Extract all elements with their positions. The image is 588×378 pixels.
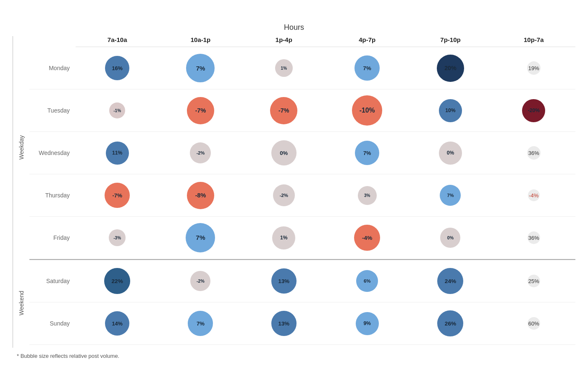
table-row: Sunday14%7%13%9%26%60% — [29, 302, 575, 345]
bubble: -3% — [109, 229, 126, 246]
bubble: 7% — [186, 223, 215, 252]
y-label-weekend: Weekend — [13, 259, 29, 348]
data-cell: 14% — [76, 302, 159, 344]
bubble: 16% — [105, 56, 129, 80]
bubble: 22% — [104, 268, 130, 294]
row-day-label: Wednesday — [29, 150, 76, 156]
bubble: -1% — [109, 102, 125, 118]
bubble: -7% — [187, 97, 214, 124]
bubble: 26% — [437, 310, 463, 336]
bubble: -7% — [270, 97, 297, 124]
data-cell: 26% — [409, 302, 492, 344]
data-cell: 20% — [409, 47, 492, 89]
table-row: Thursday-7%-8%-2%3%7%-4% — [29, 174, 575, 217]
data-cell: 13% — [242, 302, 326, 344]
bubble: 7% — [186, 54, 215, 82]
bubble: 13% — [271, 268, 297, 294]
row-day-label: Tuesday — [29, 107, 76, 114]
table-row: Wednesday11%-2%0%7%0%36% — [29, 132, 575, 174]
data-cell: 24% — [409, 260, 492, 302]
footnote: * Bubble size reflects relative post vol… — [13, 353, 575, 359]
data-cell: 22% — [76, 260, 159, 302]
row-day-label: Thursday — [29, 192, 76, 199]
bubble: 1% — [272, 226, 295, 249]
data-cell: 7% — [159, 47, 242, 89]
data-cell: 36% — [492, 217, 575, 259]
y-axis-wrapper: Weekday Weekend — [13, 36, 29, 348]
col-header-4: 7p-10p — [409, 36, 492, 47]
data-cell: 1% — [242, 217, 326, 259]
data-cell: 11% — [76, 132, 159, 174]
row-day-label: Sunday — [29, 320, 76, 327]
data-cell: -3% — [76, 217, 159, 259]
table-row: Saturday22%-2%13%6%24%25% — [29, 260, 575, 302]
bubble: -4% — [528, 189, 540, 201]
table-row: Monday16%7%1%7%20%19% — [29, 47, 575, 89]
bubble: -20% — [522, 99, 545, 122]
bubble: 7% — [188, 311, 213, 336]
data-cell: -20% — [492, 89, 575, 131]
data-cell: 7% — [326, 47, 409, 89]
col-header-3: 4p-7p — [326, 36, 409, 47]
data-cell: 7% — [409, 174, 492, 216]
data-cell: 25% — [492, 260, 575, 302]
bubble: -2% — [190, 142, 211, 163]
data-cell: -7% — [76, 174, 159, 216]
bubble: -2% — [273, 184, 295, 206]
bubble: -10% — [352, 95, 382, 126]
header-row: 7a-10a 10a-1p 1p-4p 4p-7p 7p-10p 10p-7a — [29, 36, 575, 47]
col-header-0: 7a-10a — [76, 36, 159, 47]
table-row: Friday-3%7%1%-4%0%36% — [29, 217, 575, 259]
data-cell: -8% — [159, 174, 242, 216]
bubble: 1% — [275, 59, 293, 77]
data-cell: 9% — [326, 302, 409, 344]
chart-title: Hours — [13, 23, 575, 32]
data-cell: 7% — [326, 132, 409, 174]
data-cell: 36% — [492, 132, 575, 174]
data-cell: 7% — [159, 302, 242, 344]
chart-wrapper: Hours Weekday Weekend 7a-10a 10a-1p 1p-4… — [8, 15, 580, 363]
bubble: 36% — [528, 231, 540, 244]
data-cell: -1% — [76, 89, 159, 131]
col-header-5: 10p-7a — [492, 36, 575, 47]
data-cell: -2% — [159, 260, 242, 302]
bubble: 24% — [437, 268, 463, 294]
bubble: 9% — [356, 312, 379, 335]
data-cell: 16% — [76, 47, 159, 89]
bubble: 20% — [437, 55, 464, 82]
data-cell: 10% — [409, 89, 492, 131]
table-row: Tuesday-1%-7%-7%-10%10%-20% — [29, 89, 575, 132]
bubble: 25% — [528, 275, 540, 287]
data-cell: 3% — [326, 174, 409, 216]
data-cell: 0% — [409, 132, 492, 174]
data-cell: 19% — [492, 47, 575, 89]
grid-area: 7a-10a 10a-1p 1p-4p 4p-7p 7p-10p 10p-7a … — [29, 36, 575, 348]
bubble: 19% — [527, 61, 541, 75]
data-cell: 6% — [326, 260, 409, 302]
bubble: 60% — [528, 317, 540, 330]
bubble: 10% — [439, 99, 462, 122]
bubble: -7% — [105, 183, 130, 208]
data-cell: 0% — [242, 132, 326, 174]
bubble: 11% — [106, 142, 129, 165]
data-cell: -2% — [159, 132, 242, 174]
bubble: 0% — [440, 228, 460, 248]
row-day-label: Monday — [29, 65, 76, 71]
data-cell: 60% — [492, 302, 575, 344]
bubble: -4% — [354, 225, 380, 251]
data-cell: -4% — [326, 217, 409, 259]
col-header-1: 10a-1p — [159, 36, 242, 47]
data-cell: -2% — [242, 174, 326, 216]
data-cell: -7% — [159, 89, 242, 131]
data-rows-container: Monday16%7%1%7%20%19%Tuesday-1%-7%-7%-10… — [29, 47, 575, 345]
col-header-2: 1p-4p — [242, 36, 326, 47]
data-cell: 7% — [159, 217, 242, 259]
bubble: 14% — [105, 311, 129, 336]
bubble: 36% — [527, 146, 541, 160]
data-cell: -10% — [326, 89, 409, 131]
row-day-label: Friday — [29, 234, 76, 241]
bubble: -8% — [187, 182, 214, 209]
data-cell: 13% — [242, 260, 326, 302]
bubble: 0% — [271, 140, 297, 165]
data-cell: -4% — [492, 174, 575, 216]
